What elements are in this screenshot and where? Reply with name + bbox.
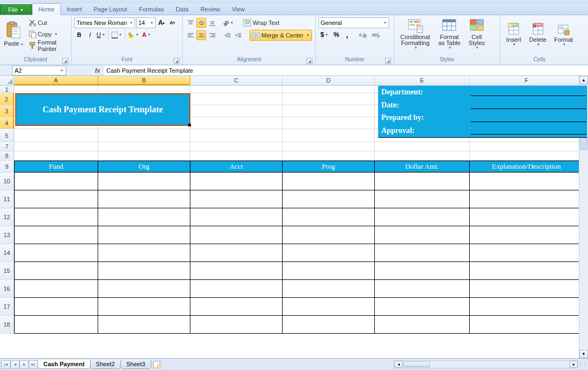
- table-cell[interactable]: [190, 298, 283, 316]
- table-cell[interactable]: [470, 173, 584, 190]
- select-all-corner[interactable]: [0, 76, 14, 85]
- format-painter-button[interactable]: Format Painter: [27, 40, 68, 51]
- table-cell[interactable]: [98, 262, 190, 280]
- horizontal-scrollbar[interactable]: ◂ ▸: [394, 360, 578, 368]
- row-header[interactable]: 14: [0, 244, 14, 262]
- font-size-combo[interactable]: 14▼: [136, 17, 156, 28]
- table-cell[interactable]: [375, 244, 470, 262]
- sheet-tab-1[interactable]: Cash Payment: [37, 360, 91, 369]
- cell-styles-button[interactable]: Cell Styles▼: [465, 16, 488, 52]
- row-header[interactable]: 17: [0, 298, 14, 316]
- prep-field[interactable]: [471, 114, 586, 122]
- row-header[interactable]: 10: [0, 173, 14, 190]
- th-amt[interactable]: Dollar Amt.: [375, 161, 470, 173]
- review-tab[interactable]: Review: [194, 4, 226, 15]
- row-header[interactable]: 7: [0, 142, 14, 151]
- table-cell[interactable]: [283, 316, 375, 334]
- table-cell[interactable]: [283, 298, 375, 316]
- formula-input[interactable]: [104, 66, 588, 75]
- format-cells-button[interactable]: Format▼: [551, 16, 576, 52]
- row-header[interactable]: 2: [0, 93, 14, 105]
- row-header[interactable]: 3: [0, 105, 14, 117]
- align-left-button[interactable]: [186, 30, 195, 40]
- number-format-combo[interactable]: General▼: [318, 17, 389, 28]
- table-cell[interactable]: [470, 208, 584, 226]
- table-cell[interactable]: [190, 173, 283, 190]
- row-header[interactable]: 18: [0, 316, 14, 334]
- formulas-tab[interactable]: Formulas: [133, 4, 170, 15]
- dept-field[interactable]: [471, 88, 586, 96]
- table-cell[interactable]: [14, 208, 98, 226]
- table-cell[interactable]: [375, 226, 470, 244]
- table-cell[interactable]: [375, 262, 470, 280]
- sheet-nav-next[interactable]: ▸: [20, 360, 29, 369]
- table-cell[interactable]: [283, 226, 375, 244]
- font-color-button[interactable]: A▼: [140, 30, 152, 40]
- row-header[interactable]: 5: [0, 129, 14, 142]
- number-dialog-launcher[interactable]: ◢: [385, 58, 391, 64]
- view-tab[interactable]: View: [226, 4, 251, 15]
- table-cell[interactable]: [98, 226, 190, 244]
- appr-field[interactable]: [471, 127, 586, 135]
- th-desc[interactable]: Explanation/Description: [470, 161, 584, 173]
- hscroll-thumb[interactable]: [403, 361, 430, 367]
- row-header[interactable]: 12: [0, 208, 14, 226]
- home-tab[interactable]: Home: [32, 3, 61, 15]
- page-layout-tab[interactable]: Page Layout: [88, 4, 133, 15]
- delete-cells-button[interactable]: Delete▼: [526, 16, 549, 52]
- decrease-indent-button[interactable]: [222, 30, 232, 40]
- table-cell[interactable]: [283, 280, 375, 298]
- col-header-B[interactable]: B: [98, 76, 190, 85]
- align-center-button[interactable]: [196, 30, 206, 40]
- data-tab[interactable]: Data: [170, 4, 194, 15]
- copy-button[interactable]: Copy▼: [27, 29, 68, 40]
- table-cell[interactable]: [190, 316, 283, 334]
- grow-font-button[interactable]: A▴: [157, 18, 167, 28]
- row-header[interactable]: 13: [0, 226, 14, 244]
- col-header-A[interactable]: A: [14, 76, 98, 85]
- date-field[interactable]: [471, 101, 586, 109]
- table-cell[interactable]: [375, 298, 470, 316]
- font-dialog-launcher[interactable]: ◢: [174, 58, 180, 64]
- table-cell[interactable]: [14, 316, 98, 334]
- table-cell[interactable]: [190, 244, 283, 262]
- col-header-F[interactable]: F: [470, 76, 584, 85]
- row-header[interactable]: 1: [0, 86, 14, 93]
- increase-decimal-button[interactable]: .0.00: [356, 30, 368, 40]
- sheet-tab-3[interactable]: Sheet3: [120, 360, 151, 369]
- wrap-text-button[interactable]: Wrap Text: [241, 17, 282, 28]
- table-cell[interactable]: [283, 208, 375, 226]
- sheet-tab-2[interactable]: Sheet2: [90, 360, 121, 369]
- table-cell[interactable]: [283, 190, 375, 208]
- row-header[interactable]: 16: [0, 280, 14, 298]
- paste-button[interactable]: Paste▼: [3, 16, 25, 52]
- merge-center-button[interactable]: Merge & Center▼: [250, 30, 312, 41]
- scroll-down-button[interactable]: ▼: [579, 350, 588, 358]
- table-cell[interactable]: [375, 173, 470, 190]
- table-cell[interactable]: [375, 208, 470, 226]
- col-header-D[interactable]: D: [283, 76, 375, 85]
- scroll-right-button[interactable]: ▸: [570, 361, 578, 368]
- table-cell[interactable]: [14, 226, 98, 244]
- table-cell[interactable]: [470, 280, 584, 298]
- conditional-formatting-button[interactable]: Conditional Formatting▼: [397, 16, 433, 52]
- table-cell[interactable]: [375, 280, 470, 298]
- table-cell[interactable]: [283, 173, 375, 190]
- row-header[interactable]: 15: [0, 262, 14, 280]
- table-cell[interactable]: [190, 190, 283, 208]
- th-acct[interactable]: Acct: [190, 161, 283, 173]
- align-bottom-button[interactable]: [207, 18, 217, 28]
- row-header[interactable]: 4: [0, 117, 14, 129]
- table-cell[interactable]: [98, 190, 190, 208]
- decrease-decimal-button[interactable]: .00.0: [369, 30, 381, 40]
- underline-button[interactable]: U▼: [96, 30, 106, 40]
- table-cell[interactable]: [470, 316, 584, 334]
- table-cell[interactable]: [14, 280, 98, 298]
- table-cell[interactable]: [190, 280, 283, 298]
- align-right-button[interactable]: [207, 30, 217, 40]
- th-org[interactable]: Org: [98, 161, 190, 173]
- alignment-dialog-launcher[interactable]: ◢: [306, 58, 312, 64]
- table-cell[interactable]: [14, 262, 98, 280]
- borders-button[interactable]: ▼: [111, 30, 123, 40]
- table-cell[interactable]: [14, 173, 98, 190]
